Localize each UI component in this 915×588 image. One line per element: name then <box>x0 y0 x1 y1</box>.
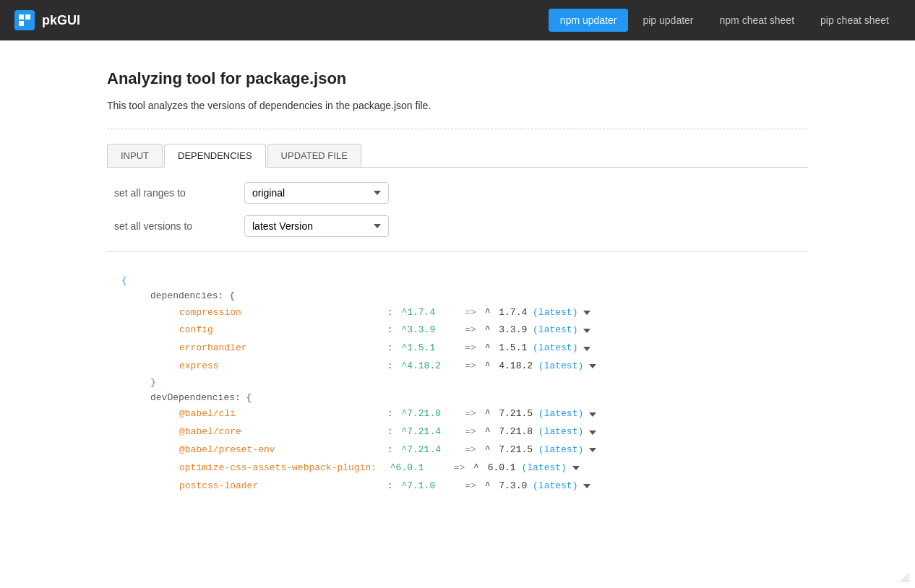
dep-resolved-babel-core: 7.21.8 <box>493 425 538 440</box>
logo-text: pkGUI <box>42 13 80 28</box>
dep-arrow-compression: => <box>459 306 481 321</box>
dep-dropdown-babel-preset-env[interactable] <box>589 448 596 452</box>
tab-updated-file[interactable]: UPDATED FILE <box>267 144 361 167</box>
dep-resolved-postcss-loader: 7.3.0 <box>493 479 533 494</box>
dep-latest-babel-core: (latest) <box>538 425 583 440</box>
dep-latest-babel-cli: (latest) <box>538 407 583 422</box>
dep-arrow-config: => <box>459 323 481 338</box>
dep-ver-config: ^3.3.9 <box>401 323 459 338</box>
dep-resolved-express: 4.18.2 <box>493 359 538 374</box>
dev-deps-header-line: devDependencies: { <box>121 391 794 406</box>
controls-panel: set all ranges to original ^ ~ >= set al… <box>107 168 808 252</box>
code-area: { dependencies: { compression : ^1.7.4 =… <box>107 267 808 502</box>
dep-row-babel-preset-env: @babel/preset-env : ^7.21.4 => ^ 7.21.5 … <box>121 441 794 459</box>
close-brace-deps: } <box>150 376 156 391</box>
version-select[interactable]: latest Version current Version original … <box>244 215 389 237</box>
version-label: set all versions to <box>114 220 230 232</box>
logo-icon <box>14 10 35 30</box>
dep-ver-optimize-css: ^6.0.1 <box>390 461 448 476</box>
dep-dropdown-errorhandler[interactable] <box>583 347 590 351</box>
dep-row-postcss-loader: postcss-loader : ^7.1.0 => ^ 7.3.0 (late… <box>121 477 794 496</box>
deps-header-line: dependencies: { <box>121 289 794 304</box>
svg-rect-0 <box>19 14 24 20</box>
nav-npm-updater[interactable]: npm updater <box>549 9 629 32</box>
dep-arrow-errorhandler: => <box>459 341 481 356</box>
dep-resolved-optimize-css: 6.0.1 <box>482 461 522 476</box>
nav-pip-updater[interactable]: pip updater <box>631 9 705 32</box>
dep-name-errorhandler: errorhandler <box>179 341 382 356</box>
range-control-row: set all ranges to original ^ ~ >= <box>114 182 801 204</box>
dep-ver-express: ^4.18.2 <box>401 359 459 374</box>
dep-row-babel-cli: @babel/cli : ^7.21.0 => ^ 7.21.5 (latest… <box>121 405 794 423</box>
nav: npm updater pip updater npm cheat sheet … <box>549 9 901 32</box>
dep-latest-babel-preset-env: (latest) <box>538 443 583 458</box>
dep-name-postcss-loader: postcss-loader <box>179 479 382 494</box>
dep-row-config: config : ^3.3.9 => ^ 3.3.9 (latest) <box>121 321 794 340</box>
range-label: set all ranges to <box>114 187 230 199</box>
tab-input[interactable]: INPUT <box>107 144 163 167</box>
nav-pip-cheat-sheet[interactable]: pip cheat sheet <box>809 9 901 32</box>
dep-latest-optimize-css: (latest) <box>521 461 566 476</box>
svg-rect-2 <box>19 21 24 26</box>
main-content: Analyzing tool for package.json This too… <box>93 40 822 531</box>
header: pkGUI npm updater pip updater npm cheat … <box>0 0 915 40</box>
dep-dropdown-express[interactable] <box>589 364 596 368</box>
version-control-row: set all versions to latest Version curre… <box>114 215 801 237</box>
dep-arrow-express: => <box>459 359 481 374</box>
logo: pkGUI <box>14 10 80 30</box>
dep-row-express: express : ^4.18.2 => ^ 4.18.2 (latest) <box>121 358 794 376</box>
deps-header-text: dependencies: { <box>150 289 235 304</box>
dep-resolved-compression: 1.7.4 <box>493 306 533 321</box>
tabs: INPUT DEPENDENCIES UPDATED FILE <box>107 144 808 168</box>
dep-arrow-optimize-css: => <box>448 461 471 476</box>
dep-name-babel-cli: @babel/cli <box>179 407 382 422</box>
dep-dropdown-postcss-loader[interactable] <box>583 484 590 488</box>
dep-latest-postcss-loader: (latest) <box>533 479 577 494</box>
dep-dropdown-babel-cli[interactable] <box>589 412 596 417</box>
divider <box>107 129 808 129</box>
dep-resolved-config: 3.3.9 <box>493 323 533 338</box>
dep-ver-babel-cli: ^7.21.0 <box>401 407 459 422</box>
nav-npm-cheat-sheet[interactable]: npm cheat sheet <box>708 9 807 32</box>
dep-dropdown-config[interactable] <box>583 329 590 333</box>
dep-dropdown-optimize-css[interactable] <box>572 466 580 470</box>
dep-name-express: express <box>179 359 382 374</box>
dep-row-compression: compression : ^1.7.4 => ^ 1.7.4 (latest) <box>121 304 794 322</box>
dep-resolved-babel-preset-env: 7.21.5 <box>493 443 538 458</box>
range-select[interactable]: original ^ ~ >= <box>244 182 389 204</box>
dep-row-errorhandler: errorhandler : ^1.5.1 => ^ 1.5.1 (latest… <box>121 340 794 358</box>
dep-arrow-babel-preset-env: => <box>459 443 481 458</box>
svg-rect-1 <box>25 14 30 20</box>
dep-dropdown-compression[interactable] <box>583 311 590 315</box>
dep-name-babel-preset-env: @babel/preset-env <box>179 443 382 458</box>
dev-deps-header-text: devDependencies: { <box>150 391 252 406</box>
dep-row-babel-core: @babel/core : ^7.21.4 => ^ 7.21.8 (lates… <box>121 423 794 441</box>
dep-name-compression: compression <box>179 306 382 321</box>
dep-arrow-babel-cli: => <box>459 407 481 422</box>
dep-dropdown-babel-core[interactable] <box>589 431 596 435</box>
dep-ver-babel-preset-env: ^7.21.4 <box>401 443 459 458</box>
close-brace-deps-line: } <box>121 376 794 391</box>
page-description: This tool analyzes the versions of depen… <box>107 100 808 111</box>
dep-latest-express: (latest) <box>538 359 583 374</box>
dep-name-config: config <box>179 323 382 338</box>
dep-arrow-postcss-loader: => <box>459 479 481 494</box>
dep-name-babel-core: @babel/core <box>179 425 382 440</box>
dep-latest-errorhandler: (latest) <box>533 341 577 356</box>
dep-latest-compression: (latest) <box>533 306 577 321</box>
dep-latest-config: (latest) <box>533 323 577 338</box>
dep-ver-compression: ^1.7.4 <box>401 306 459 321</box>
open-brace: { <box>121 274 127 289</box>
dep-ver-babel-core: ^7.21.4 <box>401 425 459 440</box>
open-brace-line: { <box>121 274 794 289</box>
dep-name-optimize-css: optimize-css-assets-webpack-plugin: <box>179 461 382 476</box>
dep-resolved-errorhandler: 1.5.1 <box>493 341 533 356</box>
dep-row-optimize-css: optimize-css-assets-webpack-plugin: ^6.0… <box>121 459 794 477</box>
page-title: Analyzing tool for package.json <box>107 69 808 88</box>
tab-dependencies[interactable]: DEPENDENCIES <box>164 144 266 168</box>
dep-ver-postcss-loader: ^7.1.0 <box>401 479 459 494</box>
dep-ver-errorhandler: ^1.5.1 <box>401 341 459 356</box>
dep-resolved-babel-cli: 7.21.5 <box>493 407 538 422</box>
dep-arrow-babel-core: => <box>459 425 481 440</box>
